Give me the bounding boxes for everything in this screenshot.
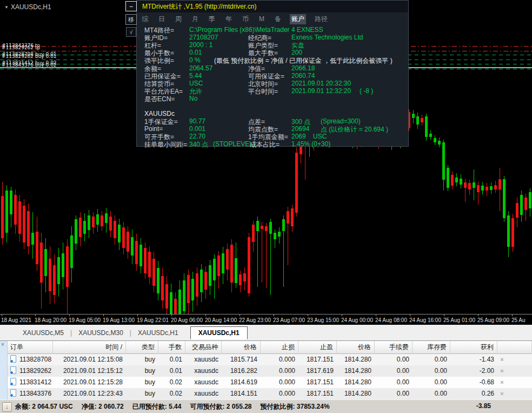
candle-wick xyxy=(262,222,262,283)
panel-row: 杠杆=2000 : 1账户类型=实盘 xyxy=(137,41,408,49)
column-header[interactable]: 价格 xyxy=(337,341,375,354)
panel-menu-item-周[interactable]: 周 xyxy=(174,14,183,24)
order-cell: buy xyxy=(126,388,158,399)
order-cell: 1817.151 xyxy=(298,377,337,388)
axis-label: 19 Aug 05:00 xyxy=(69,317,101,323)
tab-xauusdc-h1[interactable]: XAUUSDc,H1 xyxy=(190,326,248,339)
order-row[interactable]: 1138292622021.09.01 12:15:12buy0.01xauus… xyxy=(8,365,532,377)
column-header[interactable]: 手数 xyxy=(158,341,185,354)
candle-body xyxy=(170,292,172,314)
column-header[interactable]: 交易品种 xyxy=(185,341,222,354)
tab-xauusdc-m30[interactable]: XAUUSDc,M30 xyxy=(72,327,130,339)
order-cell: 113829262 xyxy=(8,365,53,377)
axis-tick xyxy=(512,314,513,316)
candle-body xyxy=(174,299,177,314)
order-cell: 0.00 xyxy=(375,377,413,388)
candle-body xyxy=(96,214,99,225)
close-order-icon[interactable]: × xyxy=(497,388,507,399)
axis-tick xyxy=(2,314,2,316)
axis-label: 20 Aug 06:00 xyxy=(171,317,203,323)
order-cell: 1815.714 xyxy=(222,354,261,365)
panel-menu-item-路径[interactable]: 路径 xyxy=(313,14,329,24)
candle-body xyxy=(481,186,484,191)
candle-body xyxy=(222,253,224,273)
row-filler xyxy=(507,388,532,399)
column-header[interactable]: 时间 / xyxy=(53,341,126,354)
candle-body xyxy=(243,273,246,281)
column-header[interactable]: 获利 xyxy=(450,341,497,354)
axis-label: 25 Aug 09:00 xyxy=(477,317,509,323)
tab-xauusdc-h1[interactable]: XAUUSDc,H1 xyxy=(131,327,185,339)
candle-body xyxy=(455,178,458,182)
panel-move-button[interactable]: 移 xyxy=(125,14,137,25)
candle-body xyxy=(27,211,30,246)
candle-body xyxy=(49,259,51,291)
panel-check-button[interactable]: √ xyxy=(126,27,136,37)
panel-menu-item-备[interactable]: 备 xyxy=(273,14,283,24)
candle-body xyxy=(196,273,198,297)
candle-body xyxy=(152,259,155,286)
panel-field-value: 0 % xyxy=(189,56,201,64)
panel-row: 最小手数=0.01最大手数=200 xyxy=(137,49,408,56)
tab-xauusdc-m5[interactable]: XAUUSDc,M5 xyxy=(16,327,70,339)
terminal-left-gutter: × xyxy=(0,341,8,399)
candle-body xyxy=(261,226,263,229)
panel-menu-item-年[interactable]: 年 xyxy=(224,14,234,24)
candle-body xyxy=(442,142,445,180)
close-panel-icon[interactable]: × xyxy=(1,342,4,348)
close-order-icon[interactable]: × xyxy=(497,365,507,377)
candle-body xyxy=(57,257,60,284)
column-header[interactable]: 止盈 xyxy=(298,341,337,354)
order-row[interactable]: 1138314122021.09.01 12:15:28buy0.02xauus… xyxy=(8,377,532,388)
panel-field-value: 0.001 xyxy=(189,125,205,133)
panel-field-value: 2069 xyxy=(291,133,306,140)
panel-menu-item-月[interactable]: 月 xyxy=(190,14,200,24)
panel-menu-item-账户[interactable]: 账户 xyxy=(290,14,306,24)
row-filler xyxy=(507,354,532,365)
candle-body xyxy=(183,280,185,311)
order-cell: buy xyxy=(126,377,158,388)
axis-label: 24 Aug 00:00 xyxy=(341,317,373,323)
candle-body xyxy=(451,175,454,186)
candle-body xyxy=(447,168,449,188)
candle-body xyxy=(209,265,211,286)
panel-row: 平台允许EA=允许平台时间=2021.09.01 12:32:20( -8 ) xyxy=(137,87,408,95)
panel-minimize-button[interactable]: − xyxy=(125,1,137,11)
order-cell: 0.000 xyxy=(261,365,298,377)
order-cell: 1814.151 xyxy=(222,388,261,399)
column-header[interactable]: 价格 xyxy=(222,341,261,354)
panel-menu: 综日周月季年币M备账户路径 xyxy=(140,14,329,24)
panel-menu-item-季[interactable]: 季 xyxy=(207,14,217,24)
panel-menu-item-日[interactable]: 日 xyxy=(157,14,167,24)
candle-body xyxy=(486,187,488,191)
column-header[interactable] xyxy=(497,341,532,354)
panel-field-value: Exness Technologies Ltd xyxy=(291,34,363,41)
chart-area[interactable]: #113843376 tp#113829262 tp#113828708 buy… xyxy=(0,0,532,314)
trade-summary-icon[interactable]: ↓ xyxy=(2,402,12,412)
candle-body xyxy=(5,191,8,233)
candle-body xyxy=(122,227,125,248)
order-row[interactable]: 1138287082021.09.01 12:15:08buy0.01xauus… xyxy=(8,354,532,365)
panel-menu-item-币[interactable]: 币 xyxy=(241,14,250,24)
candle-body xyxy=(494,185,497,189)
account-summary-text: 余额: 2 064.57 USC净值: 2 060.72已用预付款: 5.44可… xyxy=(15,402,338,411)
panel-field-value: 0.01 xyxy=(189,49,202,56)
column-header[interactable]: 手续费 xyxy=(375,341,413,354)
close-order-icon[interactable]: × xyxy=(497,354,507,365)
column-header[interactable]: 类型 xyxy=(126,341,158,354)
order-cell: 0.00 xyxy=(375,388,413,399)
panel-row: 1手保证金=90.77点差=300 点(Spread=300) xyxy=(137,117,408,125)
order-row[interactable]: 1138433762021.09.01 12:23:43buy0.02xauus… xyxy=(8,388,532,399)
panel-menu-item-M[interactable]: M xyxy=(257,15,266,23)
candle-body xyxy=(75,219,77,244)
panel-menu-item-综[interactable]: 综 xyxy=(140,14,150,24)
column-header[interactable]: 订单 xyxy=(8,341,53,354)
candle-body xyxy=(217,255,220,276)
axis-tick xyxy=(35,314,36,316)
column-header[interactable]: 库存费 xyxy=(413,341,450,354)
column-header[interactable]: 止损 xyxy=(261,341,298,354)
close-order-icon[interactable]: × xyxy=(497,377,507,388)
time-axis[interactable]: 18 Aug 202118 Aug 20:0019 Aug 05:0019 Au… xyxy=(0,314,532,325)
orders-table-header[interactable]: 订单时间 /类型手数交易品种价格止损止盈价格手续费库存费获利 xyxy=(8,341,532,354)
candle-body xyxy=(252,225,255,242)
